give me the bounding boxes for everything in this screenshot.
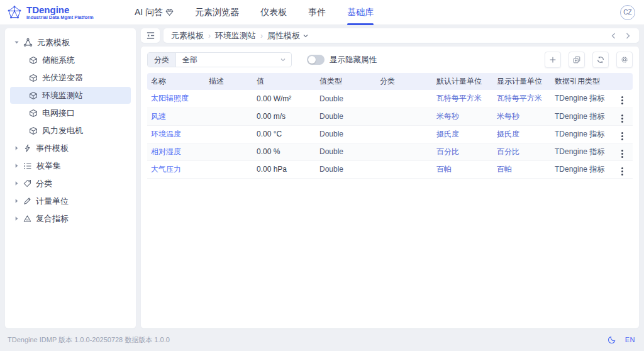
column-header-4: 值类型	[316, 73, 376, 90]
table-row: 太阳辐照度0.00 W/m²Double瓦特每平方米瓦特每平方米TDengine…	[147, 90, 633, 108]
nav-item-events[interactable]: 事件	[308, 0, 326, 25]
column-header-7: 显示计量单位	[493, 73, 551, 90]
pen-icon	[23, 197, 31, 205]
sidebar-item-grid-interface[interactable]: 电网接口	[10, 104, 131, 121]
sidebar-item-measure-units[interactable]: 计量单位	[10, 192, 131, 209]
nav-item-dashboard[interactable]: 仪表板	[260, 0, 287, 25]
cell-default_unit: 百帕	[433, 160, 493, 178]
sidebar-item-pv-inverter[interactable]: 光伏逆变器	[10, 69, 131, 86]
row-actions-menu-icon[interactable]	[618, 148, 627, 159]
cell-name[interactable]: 风速	[147, 108, 205, 125]
forward-arrow-icon[interactable]	[624, 32, 631, 40]
row-actions-menu-icon[interactable]	[618, 166, 627, 177]
cell-value: 0.00 hPa	[253, 160, 316, 178]
sidebar-item-event-templates[interactable]: 事件模板	[10, 140, 131, 157]
row-actions-menu-icon[interactable]	[618, 95, 627, 106]
sidebar-item-enum-sets[interactable]: 枚举集	[10, 157, 131, 174]
column-header-3: 值	[253, 73, 316, 90]
sidebar: 元素模板储能系统光伏逆变器环境监测站电网接口风力发电机事件模板枚举集分类计量单位…	[5, 28, 136, 328]
breadcrumb-item-1[interactable]: 元素模板	[171, 30, 204, 42]
cell-value: 0.00 °C	[253, 125, 316, 143]
category-filter-select[interactable]: 分类 全部	[147, 52, 292, 67]
table-row: 风速0.00 m/sDouble米每秒米每秒TDengine 指标	[147, 108, 633, 125]
nav-item-label: 基础库	[347, 7, 374, 18]
avatar[interactable]: CZ	[620, 5, 635, 20]
version-text: TDengine IDMP 版本 1.0.0-20250728 数据版本 1.0…	[8, 335, 170, 345]
nav-item-ai-qa[interactable]: AI 问答	[135, 0, 174, 25]
cell-category	[376, 125, 433, 143]
copy-plus-icon	[572, 55, 581, 64]
nav-item-base-library[interactable]: 基础库	[347, 0, 374, 25]
caret-right-icon[interactable]	[14, 181, 23, 186]
sidebar-item-element-templates[interactable]: 元素模板	[10, 34, 131, 51]
caret-right-icon[interactable]	[14, 198, 23, 204]
batch-add-button[interactable]	[569, 52, 585, 68]
column-header-2: 描述	[205, 73, 253, 90]
caret-right-icon[interactable]	[14, 145, 23, 151]
column-header-8: 数据引用类型	[551, 73, 611, 90]
cell-data_ref_type: TDengine 指标	[551, 108, 611, 125]
cell-name[interactable]: 相对湿度	[147, 143, 205, 160]
sidebar-item-composite-metrics[interactable]: 复合指标	[10, 210, 131, 227]
refresh-icon	[596, 55, 605, 64]
sidebar-item-label: 元素模板	[37, 37, 70, 48]
breadcrumb-item-2[interactable]: 环境监测站	[215, 30, 256, 42]
sidebar-item-label: 分类	[36, 178, 52, 189]
cell-desc	[205, 143, 253, 160]
cell-desc	[205, 125, 253, 143]
add-button[interactable]	[545, 52, 561, 68]
cell-data_ref_type: TDengine 指标	[551, 125, 611, 143]
brand[interactable]: TDengine Industrial Data Mgmt Platform	[6, 4, 135, 21]
collapse-sidebar-button[interactable]	[141, 28, 160, 43]
show-hidden-attrs-toggle[interactable]	[307, 55, 325, 65]
cell-actions	[611, 160, 633, 178]
table-row: 相对湿度0.00 %Double百分比百分比TDengine 指标	[147, 143, 633, 160]
cell-category	[376, 90, 433, 108]
language-switch[interactable]: EN	[625, 336, 635, 343]
triangle-icon	[23, 214, 31, 223]
cell-name[interactable]: 太阳辐照度	[147, 90, 205, 108]
cube-icon	[29, 74, 38, 82]
molecule-icon	[23, 38, 33, 47]
refresh-button[interactable]	[592, 52, 609, 68]
breadcrumb-item-3[interactable]: 属性模板	[267, 30, 309, 42]
caret-right-icon[interactable]	[14, 163, 23, 169]
cell-value: 0.00 %	[253, 143, 316, 160]
sidebar-item-label: 计量单位	[36, 196, 69, 207]
sidebar-item-label: 环境监测站	[42, 90, 83, 101]
top-header: TDengine Industrial Data Mgmt Platform A…	[0, 0, 644, 25]
cell-data_ref_type: TDengine 指标	[551, 90, 611, 108]
sidebar-item-categories[interactable]: 分类	[10, 175, 131, 192]
cell-actions	[611, 90, 633, 108]
sidebar-item-label: 储能系统	[42, 55, 75, 66]
settings-button[interactable]	[616, 52, 633, 68]
table-action-buttons	[545, 52, 633, 68]
caret-right-icon[interactable]	[14, 216, 23, 221]
sidebar-item-wind-turbine[interactable]: 风力发电机	[10, 122, 131, 139]
plus-icon	[548, 55, 557, 64]
breadcrumb-label: 元素模板	[171, 31, 204, 40]
back-arrow-icon[interactable]	[610, 32, 618, 40]
caret-down-icon[interactable]	[14, 40, 23, 45]
sidebar-item-env-station[interactable]: 环境监测站	[10, 87, 131, 104]
main-nav: AI 问答元素浏览器仪表板事件基础库	[135, 0, 620, 25]
cell-data_ref_type: TDengine 指标	[551, 143, 611, 160]
breadcrumb: 元素模板›环境监测站›属性模板	[171, 30, 610, 42]
cell-name[interactable]: 环境温度	[147, 125, 205, 143]
category-filter-label: 分类	[148, 53, 176, 67]
filter-toolbar: 分类 全部 显示隐藏属性	[147, 52, 633, 68]
row-actions-menu-icon[interactable]	[618, 113, 627, 124]
footer: TDengine IDMP 版本 1.0.0-20250728 数据版本 1.0…	[0, 332, 644, 347]
sidebar-item-storage-system[interactable]: 储能系统	[10, 52, 131, 69]
chevron-down-icon	[280, 53, 291, 67]
cell-default_unit: 百分比	[433, 143, 493, 160]
column-header-5: 分类	[376, 73, 433, 90]
tag-icon	[23, 179, 31, 187]
row-actions-menu-icon[interactable]	[618, 131, 627, 142]
cell-name[interactable]: 大气压力	[147, 160, 205, 178]
dark-mode-moon-icon[interactable]	[608, 335, 616, 344]
cell-display_unit: 百帕	[493, 160, 551, 178]
brand-name: TDengine	[26, 5, 94, 14]
sidebar-item-label: 事件模板	[36, 143, 69, 154]
nav-item-element-browser[interactable]: 元素浏览器	[195, 0, 239, 25]
